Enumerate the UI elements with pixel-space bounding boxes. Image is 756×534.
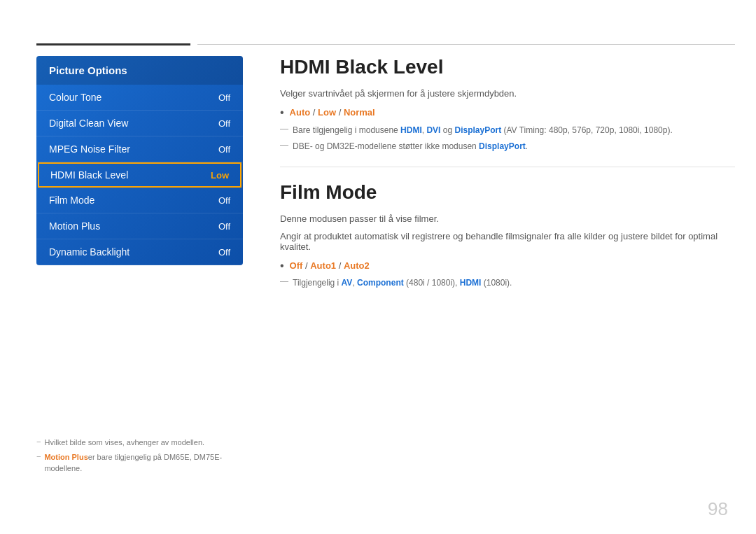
hdmi-note-2: ― DBE- og DM32E-modellene støtter ikke m…	[280, 140, 735, 153]
bottom-note-1: − Hvilket bilde som vises, avhenger av m…	[36, 437, 243, 448]
note2-before: DBE- og DM32E-modellene støtter ikke mod…	[293, 141, 479, 151]
sidebar-item-motion-plus-label: Motion Plus	[49, 220, 100, 232]
note1-dvi: DVI	[426, 125, 440, 135]
bottom-notes: − Hvilket bilde som vises, avhenger av m…	[36, 437, 243, 478]
sidebar-item-motion-plus[interactable]: Motion Plus Off	[36, 213, 243, 239]
note1-after: (AV Timing: 480p, 576p, 720p, 1080i, 108…	[501, 125, 673, 135]
film-option-auto2: Auto2	[344, 260, 370, 271]
sidebar-item-hdmi-black-level-label: HDMI Black Level	[50, 169, 128, 181]
film-option-auto1: Auto1	[310, 260, 336, 271]
film-option-off: Off	[290, 260, 303, 271]
hdmi-section-desc: Velger svartnivået på skjermen for å jus…	[280, 88, 735, 99]
sidebar-title: Picture Options	[36, 56, 243, 85]
film-bullet-options: • Off / Auto1 / Auto2	[280, 259, 735, 273]
sidebar-panel: Picture Options Colour Tone Off Digital …	[36, 56, 243, 265]
film-note-after: (1080i).	[481, 278, 512, 288]
sidebar-item-hdmi-black-level[interactable]: HDMI Black Level Low	[38, 162, 241, 188]
sidebar-item-mpeg-noise-label: MPEG Noise Filter	[49, 143, 130, 155]
sidebar-item-dynamic-backlight-value: Off	[218, 247, 230, 258]
note2-displayport: DisplayPort	[479, 141, 526, 151]
sidebar-item-colour-tone-value: Off	[218, 92, 230, 103]
sidebar-item-digital-clean-view-label: Digital Clean View	[49, 118, 128, 129]
sidebar-item-mpeg-noise-value: Off	[218, 144, 230, 155]
hdmi-option-auto: Auto	[290, 107, 311, 118]
sidebar-item-film-mode-label: Film Mode	[49, 195, 94, 206]
film-sep2: /	[336, 260, 344, 271]
film-section-title: Film Mode	[280, 181, 735, 204]
film-section: Film Mode Denne modusen passer til å vis…	[280, 181, 735, 290]
note1-displayport: DisplayPort	[454, 125, 501, 135]
note2-text: DBE- og DM32E-modellene støtter ikke mod…	[293, 140, 528, 153]
note1-dash: ―	[280, 124, 288, 134]
note1-before: Bare tilgjengelig i modusene	[293, 125, 400, 135]
bullet-dot-1: •	[280, 106, 284, 119]
top-bar-line-left	[36, 43, 190, 45]
note2-dash: ―	[280, 140, 288, 150]
main-content: HDMI Black Level Velger svartnivået på s…	[280, 56, 735, 293]
hdmi-bullet-options: • Auto / Low / Normal	[280, 106, 735, 120]
sidebar-item-film-mode[interactable]: Film Mode Off	[36, 188, 243, 213]
hdmi-section-title: HDMI Black Level	[280, 56, 735, 78]
film-note-component: Component	[357, 278, 404, 288]
hdmi-sep2: /	[336, 107, 344, 118]
bullet-dot-2: •	[280, 259, 284, 272]
sidebar-item-dynamic-backlight[interactable]: Dynamic Backlight Off	[36, 239, 243, 265]
film-bullet-text: Off / Auto1 / Auto2	[290, 259, 370, 273]
film-note-before: Tilgjengelig i	[293, 278, 342, 288]
hdmi-section: HDMI Black Level Velger svartnivået på s…	[280, 56, 735, 153]
sidebar-item-film-mode-value: Off	[218, 195, 230, 206]
note2-after: .	[526, 141, 528, 151]
hdmi-bullet-text: Auto / Low / Normal	[290, 106, 375, 120]
film-note-text: Tilgjengelig i AV, Component (480i / 108…	[293, 276, 512, 289]
bottom-note-1-text: Hvilket bilde som vises, avhenger av mod…	[44, 437, 204, 448]
bottom-note-1-dash: −	[36, 437, 41, 446]
film-desc-2: Angir at produktet automatisk vil regist…	[280, 231, 735, 252]
page-number: 98	[708, 498, 728, 520]
hdmi-option-low: Low	[318, 107, 336, 118]
bottom-note-2-dash: −	[36, 452, 41, 461]
bottom-note-2-text: Motion Pluser bare tilgjengelig på DM65E…	[44, 452, 243, 474]
hdmi-option-normal: Normal	[344, 107, 375, 118]
bottom-note-motion-plus: Motion Plus	[44, 453, 88, 461]
film-note-hdmi: HDMI	[460, 278, 482, 288]
sidebar-item-colour-tone[interactable]: Colour Tone Off	[36, 85, 243, 111]
sidebar-item-digital-clean-view[interactable]: Digital Clean View Off	[36, 111, 243, 136]
sidebar-item-mpeg-noise[interactable]: MPEG Noise Filter Off	[36, 136, 243, 162]
sidebar-item-digital-clean-view-value: Off	[218, 118, 230, 129]
hdmi-sep1: /	[310, 107, 318, 118]
top-bar-line-right	[197, 44, 735, 45]
film-note-dash: ―	[280, 276, 288, 286]
film-note-av: AV	[342, 278, 353, 288]
top-bar	[0, 43, 756, 45]
bottom-note-2: − Motion Pluser bare tilgjengelig på DM6…	[36, 452, 243, 474]
sidebar-item-colour-tone-label: Colour Tone	[49, 92, 102, 103]
hdmi-note-1: ― Bare tilgjengelig i modusene HDMI, DVI…	[280, 124, 735, 136]
film-note-middle2: (480i / 1080i),	[404, 278, 460, 288]
film-note-1: ― Tilgjengelig i AV, Component (480i / 1…	[280, 276, 735, 289]
section-divider	[280, 167, 735, 167]
note1-middle: og	[440, 125, 454, 135]
sidebar-item-dynamic-backlight-label: Dynamic Backlight	[49, 246, 130, 258]
film-sep1: /	[302, 260, 310, 271]
sidebar-item-hdmi-black-level-value: Low	[211, 170, 229, 181]
note1-hdmi: HDMI	[400, 125, 422, 135]
note1-text: Bare tilgjengelig i modusene HDMI, DVI o…	[293, 124, 673, 136]
film-desc-1: Denne modusen passer til å vise filmer.	[280, 213, 735, 224]
sidebar-item-motion-plus-value: Off	[218, 221, 230, 232]
